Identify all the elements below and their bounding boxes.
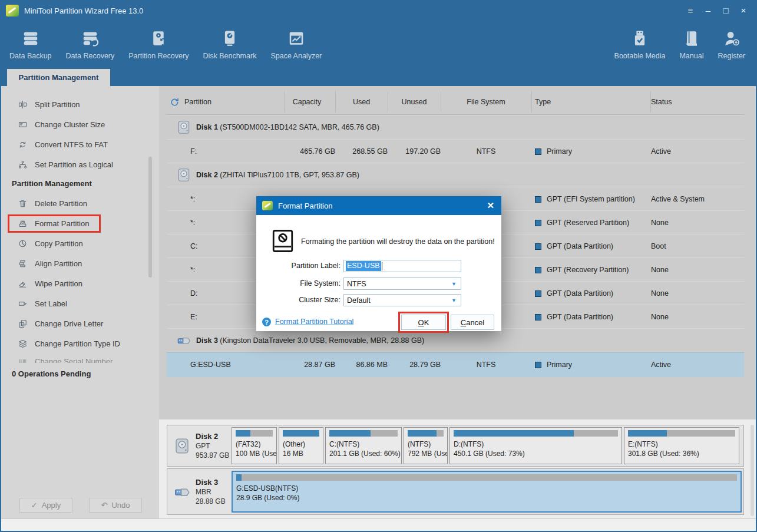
convert-ntfs-icon (18, 140, 28, 150)
usb-icon (176, 333, 191, 348)
sidebar-item-copy-partition[interactable]: Copy Partition (0, 233, 148, 253)
disk-map-partition-ntfs[interactable]: (NTFS)792 MB (Used: (404, 427, 448, 464)
sidebar-item-set-partition-as-logical[interactable]: Set Partition as Logical (0, 154, 148, 174)
disk-map-partition-c-ntfs[interactable]: C:(NTFS)201.1 GB (Used: 60%) (325, 427, 402, 464)
sidebar-item-delete-partition[interactable]: Delete Partition (0, 193, 148, 213)
used-space-bar (329, 430, 398, 437)
used-space-bar (408, 430, 444, 437)
apply-button[interactable]: ✓ Apply (19, 498, 72, 513)
sidebar-item-label: Split Partition (35, 100, 80, 109)
window-maximize-button[interactable]: □ (719, 4, 732, 17)
window-controls: ≡–□× (684, 4, 750, 17)
sidebar-item-split-partition[interactable]: Split Partition (0, 94, 148, 114)
disk-map-partition-other[interactable]: (Other)16 MB (279, 427, 323, 464)
disk-group-row[interactable]: Disk 3 (Kingston DataTraveler 3.0 USB, R… (167, 328, 744, 352)
sidebar-item-change-partition-type-id[interactable]: Change Partition Type ID (0, 333, 148, 353)
disk-group-row[interactable]: Disk 1 (ST500DM002-1BD142 SATA, MBR, 465… (167, 115, 744, 139)
col-header-type[interactable]: Type (535, 98, 551, 106)
toolbar-button-label: Disk Benchmark (203, 52, 256, 60)
col-header-file-system[interactable]: File System (441, 98, 531, 106)
disk-map-partition-d-ntfs[interactable]: D:(NTFS)450.1 GB (Used: 73%) (449, 427, 622, 464)
partition-label: (FAT32) (236, 440, 273, 449)
format-partition-tutorial-link[interactable]: Format Partition Tutorial (275, 318, 353, 326)
partition-row[interactable]: F:465.76 GB268.55 GB197.20 GBNTFSPrimary… (167, 139, 744, 163)
app-window: MiniTool Partition Wizard Free 13.0 ≡–□×… (0, 0, 757, 532)
file-system-dropdown[interactable]: NTFS▼ (343, 277, 461, 290)
sidebar-item-set-label[interactable]: Set Label (0, 293, 148, 313)
help-icon[interactable]: ? (262, 318, 271, 326)
sidebar-item-label: Wipe Partition (35, 279, 82, 288)
disk-map-info-disk-2: Disk 2GPT953.87 GB (167, 425, 230, 466)
toolbar-space-analyzer-button[interactable]: Space Analyzer (263, 26, 329, 64)
sidebar-item-wipe-partition[interactable]: Wipe Partition (0, 273, 148, 293)
disk-map-partition-e-ntfs[interactable]: E:(NTFS)301.8 GB (Used: 36%) (624, 427, 739, 464)
disk-name: Disk 3 (196, 478, 226, 487)
disk-group-row[interactable]: Disk 2 (ZHITAI TiPlus7100 1TB, GPT, 953.… (167, 163, 744, 187)
window-title: MiniTool Partition Wizard Free 13.0 (24, 6, 143, 15)
partition-size-info: 100 MB (Used: (236, 449, 273, 458)
disk-map-scrollbar[interactable] (751, 425, 754, 516)
sidebar-item-label: Change Partition Type ID (35, 339, 120, 348)
toolbar-disk-benchmark-button[interactable]: Disk Benchmark (196, 26, 263, 64)
col-header-unused[interactable]: Unused (388, 98, 441, 106)
used-space-bar (628, 430, 735, 437)
disk-map-panel: Disk 2GPT953.87 GB(FAT32)100 MB (Used:(O… (159, 419, 757, 518)
sidebar-item-change-drive-letter[interactable]: Change Drive Letter (0, 313, 148, 333)
partition-label: C:(NTFS) (329, 440, 398, 449)
sidebar-item-change-serial-number[interactable]: Change Serial Number (0, 353, 148, 363)
cancel-button[interactable]: Cancel (451, 315, 494, 330)
partition-type-square-icon (535, 196, 541, 203)
disk-size: 28.88 GB (196, 497, 226, 506)
change-serial-icon (18, 357, 28, 363)
align-partition-icon (18, 259, 28, 269)
used-cell: 86.86 MB (335, 361, 388, 369)
change-cluster-size-icon (18, 120, 28, 130)
toolbar-data-recovery-button[interactable]: Data Recovery (59, 26, 122, 64)
window-minimize-button[interactable]: – (702, 4, 715, 17)
partition-label-input[interactable]: ESD-USB (343, 260, 461, 272)
set-logical-icon (18, 160, 28, 170)
partition-type-square-icon (535, 243, 541, 250)
refresh-icon[interactable] (170, 97, 180, 107)
sidebar-item-label: Change Drive Letter (35, 319, 103, 328)
disk-map-partition-g-esd-usb-ntfs[interactable]: G:ESD-USB(NTFS)28.9 GB (Used: 0%) (232, 471, 742, 513)
partition-type-square-icon (535, 220, 541, 226)
used-space-fill (408, 430, 437, 437)
space-analyzer-icon (287, 29, 305, 47)
sidebar-item-align-partition[interactable]: Align Partition (0, 253, 148, 273)
set-label-icon (18, 299, 28, 309)
sidebar-item-convert-ntfs-to-fat[interactable]: Convert NTFS to FAT (0, 134, 148, 154)
tab-partition-management[interactable]: Partition Management (7, 69, 110, 86)
col-header-used[interactable]: Used (335, 98, 388, 106)
window-close-button[interactable]: × (737, 4, 750, 17)
dialog-close-icon[interactable]: ✕ (487, 200, 494, 211)
selected-text: ESD-USB (346, 261, 381, 271)
unused-cell: 197.20 GB (388, 147, 441, 156)
undo-button[interactable]: ↶ Undo (89, 498, 142, 513)
sidebar-item-change-cluster-size[interactable]: Change Cluster Size (0, 114, 148, 134)
dialog-field-label-cluster-size: Cluster Size: (256, 296, 341, 304)
partition-cell: *: (190, 219, 195, 227)
titlebar: MiniTool Partition Wizard Free 13.0 ≡–□× (0, 0, 757, 21)
partition-row[interactable]: G:ESD-USB28.87 GB86.86 MB28.79 GBNTFSPri… (167, 352, 744, 377)
split-partition-icon (18, 100, 28, 110)
toolbar-button-label: Manual (679, 52, 703, 60)
col-header-status[interactable]: Status (651, 98, 672, 106)
toolbar-data-backup-button[interactable]: Data Backup (2, 26, 59, 64)
col-header-partition[interactable]: Partition (184, 98, 211, 106)
partition-label: (NTFS) (408, 440, 444, 449)
toolbar-register-button[interactable]: Register (710, 26, 752, 64)
toolbar-manual-button[interactable]: Manual (672, 26, 710, 64)
col-header-capacity[interactable]: Capacity (279, 98, 335, 106)
cluster-size-dropdown[interactable]: Default▼ (343, 294, 461, 306)
status-cell: None (651, 266, 669, 274)
dialog-field-label-partition-label: Partition Label: (256, 262, 341, 270)
disk-map-partition-fat32[interactable]: (FAT32)100 MB (Used: (232, 427, 277, 464)
toolbar-bootable-media-button[interactable]: Bootable Media (607, 26, 673, 64)
sidebar-scrollbar[interactable] (148, 157, 152, 277)
toolbar-partition-recovery-button[interactable]: Partition Recovery (121, 26, 196, 64)
annotation-box-ok (398, 312, 449, 333)
sidebar: Split PartitionChange Cluster SizeConver… (0, 86, 159, 518)
window-menu-button[interactable]: ≡ (684, 4, 697, 17)
partition-size-info: 28.9 GB (Used: 0%) (236, 493, 737, 503)
